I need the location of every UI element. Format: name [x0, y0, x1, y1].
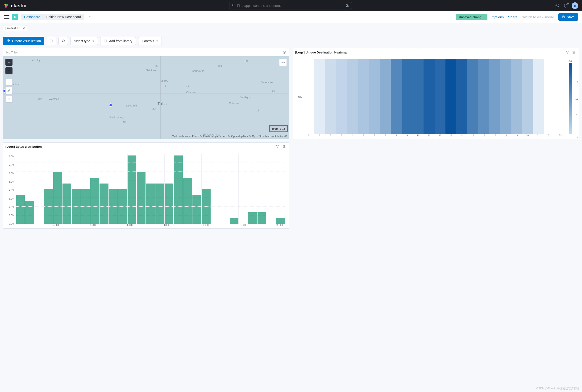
- svg-point-20: [284, 146, 285, 147]
- app-badge[interactable]: D: [12, 14, 19, 20]
- map-place: Skiatook: [146, 69, 156, 72]
- integrations-icon[interactable]: [563, 3, 568, 8]
- elastic-logo-icon: [4, 3, 9, 8]
- add-from-library-button[interactable]: Add from library: [100, 37, 136, 45]
- map-place: Hominy: [32, 59, 40, 62]
- nav-toggle-icon[interactable]: [4, 14, 10, 20]
- gear-icon[interactable]: [571, 50, 576, 55]
- newsfeed-icon[interactable]: [555, 3, 560, 8]
- dashboard-toolbar: Create visualization Select type ▼ Add f…: [0, 34, 582, 48]
- map-attrib-link[interactable]: NaturalEarth: [184, 135, 199, 138]
- select-type-label: Select type: [74, 39, 90, 43]
- heatmap-xaxis: 01234567891011121314151617181920212223: [297, 134, 575, 137]
- bar-chart-canvas[interactable]: 8.0%7.0%6.0%5.0%4.0%3.0%2.0%1.0%0.0% 02,…: [3, 150, 289, 228]
- map-place: Westport: [49, 98, 59, 100]
- map-draw-button[interactable]: [6, 87, 13, 94]
- global-search-input[interactable]: [237, 4, 344, 8]
- bar-chart-panel: [Logs] Bytes distribution 8.0%7.0%6.0%5.…: [3, 142, 289, 228]
- create-visualization-label: Create visualization: [12, 39, 41, 43]
- share-link[interactable]: Share: [508, 15, 518, 19]
- header-actions: e: [555, 2, 578, 9]
- map-place: Claremore: [260, 81, 272, 84]
- filter-pill-label: geo.dest: US: [5, 26, 21, 30]
- brand-logo[interactable]: elastic: [4, 3, 27, 8]
- map-panel: [No Title] Tulsa Hominy Skiatook Collins…: [3, 48, 289, 139]
- svg-point-6: [556, 5, 558, 6]
- controls-button[interactable]: Controls ▼: [138, 37, 162, 45]
- map-tools-button[interactable]: [6, 96, 13, 102]
- controls-label: Controls: [142, 39, 154, 43]
- brand-name: elastic: [11, 3, 27, 8]
- breadcrumb: Dashboard Editing New Dashboard: [21, 14, 84, 20]
- map-zoom-label: zoom:: [272, 127, 279, 130]
- gear-icon[interactable]: [281, 50, 287, 55]
- filter-icon[interactable]: [275, 144, 280, 149]
- map-zoom-in-button[interactable]: ＋: [6, 59, 13, 66]
- map-road-label: 66: [272, 89, 275, 92]
- heatmap-legend-bar: [569, 63, 572, 134]
- create-visualization-button[interactable]: Create visualization: [3, 37, 44, 45]
- user-avatar[interactable]: e: [572, 2, 578, 9]
- map-place: Sand Springs: [109, 116, 125, 118]
- gear-icon[interactable]: [281, 144, 287, 149]
- heatmap-ylabel: US: [297, 59, 303, 134]
- bar-chart-title: [Logs] Bytes distribution: [6, 145, 273, 148]
- layers-tool-button[interactable]: [59, 37, 68, 45]
- map-attribution: Made with NaturalEarth ⧉, Elastic Maps S…: [172, 135, 287, 138]
- svg-line-4: [234, 6, 235, 6]
- map-road-label: 412: [255, 109, 259, 112]
- chevron-down-icon: ▼: [92, 40, 94, 42]
- heatmap-panel: [Logs] Unique Destination Heatmap US 20 …: [293, 48, 579, 139]
- map-zoom-value: 9.15: [280, 127, 285, 130]
- save-button[interactable]: Save: [558, 13, 578, 21]
- map-place: Lefko Hill: [126, 104, 137, 107]
- heatmap-canvas[interactable]: US 20 15 10 5 01234567891011121314151617…: [293, 56, 579, 139]
- breadcrumb-editing: Editing New Dashboard: [42, 14, 84, 20]
- heatmap-cells: [303, 59, 566, 134]
- global-search[interactable]: ⌘/: [229, 2, 352, 10]
- map-canvas[interactable]: Tulsa Hominy Skiatook Collinsville Cleve…: [3, 56, 289, 139]
- switch-view-mode-link: Switch to view mode: [522, 15, 554, 19]
- map-fit-bounds-button[interactable]: [6, 78, 13, 86]
- map-data-point: [109, 104, 112, 107]
- filter-pill-remove-icon[interactable]: ✕: [23, 26, 25, 30]
- map-place: Sperry: [160, 80, 168, 82]
- map-legend-toggle-icon[interactable]: [279, 59, 287, 66]
- filter-icon[interactable]: [565, 50, 570, 55]
- heatmap-title: [Logs] Unique Destination Heatmap: [295, 51, 563, 54]
- search-icon: [232, 4, 235, 8]
- global-header: elastic ⌘/ e: [0, 0, 582, 11]
- map-place: Catoosa: [229, 102, 239, 104]
- filter-bar: geo.dest: US ✕: [0, 23, 582, 34]
- map-road-label: 364: [152, 108, 156, 110]
- bar-grid: [16, 154, 285, 224]
- map-road-label: 169: [218, 64, 222, 68]
- map-road-label: 169: [243, 60, 248, 62]
- map-zoom-indicator: zoom: 9.15: [269, 125, 288, 132]
- search-shortcut: ⌘/: [346, 4, 349, 7]
- filter-pill-geo-dest[interactable]: geo.dest: US ✕: [3, 25, 27, 31]
- breadcrumb-chevron-icon[interactable]: [89, 15, 92, 19]
- dashboard-panels: [No Title] Tulsa Hominy Skiatook Collins…: [0, 48, 582, 231]
- bar-xaxis: 02,0004,0006,0008,00010,00012,00014,000: [6, 224, 285, 226]
- map-road-label: 75: [163, 84, 166, 87]
- heatmap-legend: 20 15 10 5: [566, 59, 575, 134]
- svg-point-8: [8, 40, 9, 42]
- map-attrib-link[interactable]: OpenMapTiles: [231, 135, 248, 138]
- resize-handle-icon[interactable]: ◢: [576, 136, 578, 138]
- options-link[interactable]: Options: [492, 15, 504, 19]
- map-panel-title: [No Title]: [6, 51, 280, 54]
- svg-rect-7: [563, 16, 564, 16]
- map-attrib-link[interactable]: OpenStreetMap contributors: [252, 135, 285, 138]
- svg-point-10: [284, 52, 285, 53]
- breadcrumb-dashboard[interactable]: Dashboard: [21, 14, 44, 20]
- svg-point-11: [8, 81, 10, 83]
- map-place: Collinsville: [192, 70, 204, 72]
- svg-point-19: [573, 52, 574, 53]
- map-zoom-out-button[interactable]: －: [6, 67, 13, 74]
- notification-dot-icon: [567, 2, 569, 4]
- select-type-button[interactable]: Select type ▼: [70, 37, 98, 45]
- map-attrib-link[interactable]: Elastic Maps Service: [203, 135, 227, 138]
- map-place: Verdigris: [240, 96, 251, 99]
- selection-tool-button[interactable]: [47, 37, 56, 45]
